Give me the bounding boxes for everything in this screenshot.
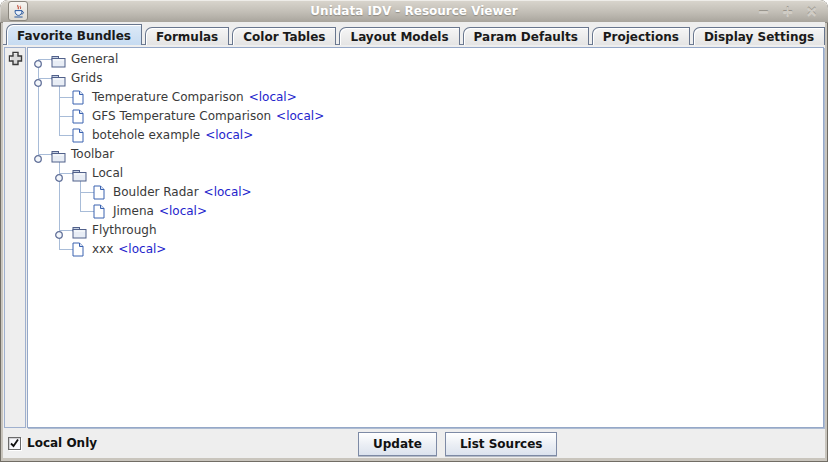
tree-connector-line (59, 135, 73, 136)
tree-expand-handle[interactable] (54, 230, 64, 240)
minimize-icon[interactable]: − (755, 3, 772, 19)
tree-connector-line (59, 249, 73, 250)
tab-param-defaults[interactable]: Param Defaults (463, 27, 589, 45)
tree-node-label: Local (92, 166, 123, 180)
tree-node-label: Jimena (113, 204, 154, 218)
tree-expand-handle[interactable] (33, 78, 43, 88)
titlebar: Unidata IDV - Resource Viewer − + × (0, 0, 828, 23)
folder-icon (72, 226, 87, 239)
file-icon (93, 204, 105, 219)
tree-node-jimena[interactable]: Jimena<local> (28, 202, 823, 221)
tree-node-label: GFS Temperature Comparison (92, 109, 271, 123)
tree-node-toolbar[interactable]: Toolbar (28, 145, 823, 164)
tree-node-general[interactable]: General (28, 50, 823, 69)
tree-connector-line (80, 211, 94, 212)
plus-cross-icon[interactable] (8, 51, 23, 66)
folder-icon (51, 74, 66, 87)
footer-bar: Local Only UpdateList Sources (3, 428, 825, 458)
window-controls: − + × (755, 0, 820, 22)
tree-node-label: Temperature Comparison (92, 90, 244, 104)
footer-buttons: UpdateList Sources (358, 432, 557, 456)
tree-connector-line (59, 97, 73, 98)
tab-projections[interactable]: Projections (592, 27, 690, 45)
update-button[interactable]: Update (358, 432, 437, 456)
tab-bar: Favorite BundlesFormulasColor TablesLayo… (6, 24, 828, 45)
file-icon (72, 242, 84, 257)
tree-expand-handle[interactable] (54, 173, 64, 183)
close-icon[interactable]: × (803, 3, 820, 19)
window-title: Unidata IDV - Resource Viewer (0, 0, 828, 22)
tree-node-label: Grids (71, 71, 102, 85)
tab-formulas[interactable]: Formulas (145, 27, 229, 45)
tree-node-label: botehole example (92, 128, 200, 142)
tree-node-label: Toolbar (71, 147, 114, 161)
app-window: Unidata IDV - Resource Viewer − + × Favo… (0, 0, 828, 462)
maximize-icon[interactable]: + (779, 3, 796, 19)
file-icon (72, 128, 84, 143)
tree-node-boulder-radar[interactable]: Boulder Radar<local> (28, 183, 823, 202)
tab-color-tables[interactable]: Color Tables (232, 27, 336, 45)
file-icon (93, 185, 105, 200)
checkbox-label: Local Only (27, 436, 97, 450)
tree-node-label: Flythrough (92, 223, 157, 237)
checkbox-box[interactable] (8, 437, 21, 450)
tree-node-xxx[interactable]: xxx<local> (28, 240, 823, 259)
tree-node-gfs-temperature-comparison[interactable]: GFS Temperature Comparison<local> (28, 107, 823, 126)
list-sources-button[interactable]: List Sources (445, 432, 558, 456)
checkmark-icon (9, 438, 20, 449)
folder-icon (72, 169, 87, 182)
bundle-tree: GeneralGridsTemperature Comparison<local… (28, 48, 823, 427)
tree-node-tag: <local> (118, 242, 166, 256)
folder-icon (51, 150, 66, 163)
dock-strip (4, 47, 26, 428)
file-icon (72, 109, 84, 124)
tree-node-label: General (71, 52, 118, 66)
file-icon (72, 90, 84, 105)
local-only-checkbox[interactable]: Local Only (8, 435, 97, 451)
tree-node-tag: <local> (204, 185, 252, 199)
folder-icon (51, 55, 66, 68)
tab-display-settings[interactable]: Display Settings (693, 27, 825, 45)
tree-connector-line (80, 192, 94, 193)
tree-node-tag: <local> (249, 90, 297, 104)
tree-node-tag: <local> (276, 109, 324, 123)
tree-node-local[interactable]: Local (28, 164, 823, 183)
tree-node-botehole-example[interactable]: botehole example<local> (28, 126, 823, 145)
tree-node-label: Boulder Radar (113, 185, 199, 199)
tree-node-grids[interactable]: Grids (28, 69, 823, 88)
tree-node-tag: <local> (159, 204, 207, 218)
tab-layout-models[interactable]: Layout Models (339, 27, 459, 45)
tab-favorite-bundles[interactable]: Favorite Bundles (6, 24, 142, 45)
window-content: Favorite BundlesFormulasColor TablesLayo… (3, 22, 825, 458)
tree-node-tag: <local> (205, 128, 253, 142)
tree-node-flythrough[interactable]: Flythrough (28, 221, 823, 240)
tree-node-temperature-comparison[interactable]: Temperature Comparison<local> (28, 88, 823, 107)
tree-panel: GeneralGridsTemperature Comparison<local… (27, 47, 824, 428)
tree-node-label: xxx (92, 242, 113, 256)
tree-connector-line (59, 116, 73, 117)
tree-expand-handle[interactable] (33, 154, 43, 164)
tree-expand-handle[interactable] (33, 59, 43, 69)
